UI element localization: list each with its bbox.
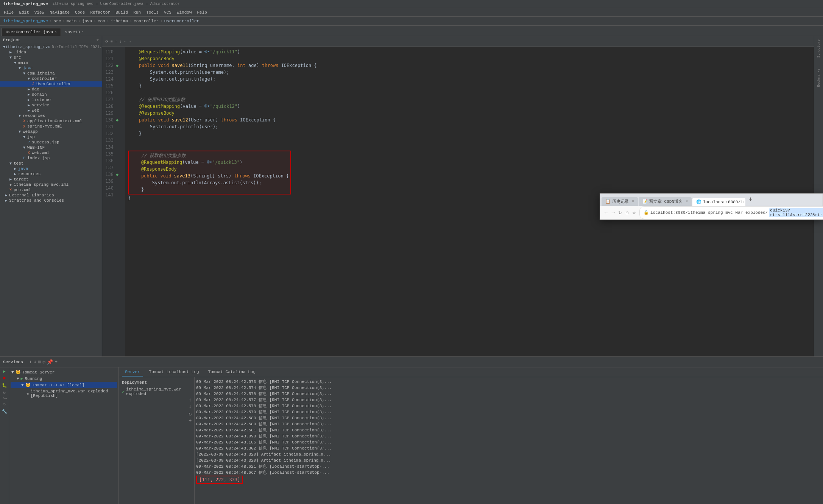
tree-item-idea[interactable]: ▶ .idea (0, 50, 102, 55)
code-line-125: } (128, 82, 811, 89)
tab-tomcat-catalina-log[interactable]: Tomcat Catalina Log (205, 368, 259, 376)
tree-item-external-libs[interactable]: ▶ External Libraries (0, 193, 102, 198)
tree-item-webapp[interactable]: ▼ webapp (0, 129, 102, 134)
title-bar: itheima_spring_mvc itheima_spring_mvc – … (0, 0, 823, 8)
folder-open-icon: ▼ (8, 56, 14, 60)
tree-tomcat-server[interactable]: ▼ 🐱 Tomcat Server (102, 369, 117, 375)
browser-tab-csdn[interactable]: 📝 写文章-CSDN博客 × (639, 197, 692, 206)
deploy-add-icon[interactable]: + (189, 418, 192, 424)
tree-item-service[interactable]: ▶ service (0, 103, 102, 108)
tree-item-web[interactable]: ▶ web (0, 108, 102, 113)
close-icon[interactable]: × (686, 199, 688, 204)
tree-label: .idea (14, 50, 26, 54)
tree-item-resources[interactable]: ▼ resources (0, 113, 102, 118)
services-main: Server Tomcat Localhost Log Tomcat Catal… (119, 367, 814, 504)
code-line-139: System.out.println(Arrays.asList(strs)); (130, 179, 289, 186)
tree-artifact[interactable]: ◈ itheima_spring_mvc.war exploded [Repub… (102, 388, 117, 399)
menu-vcs[interactable]: VCS (162, 9, 174, 16)
tree-item-scratches[interactable]: ▶ Scratches and Consoles (0, 198, 102, 203)
address-input[interactable]: 🔒 localhost:8080/itheima_spring_mvc_war_… (639, 206, 814, 219)
tab-save13[interactable]: save13 × (61, 28, 88, 36)
breadcrumb-part[interactable]: main (67, 19, 76, 23)
tree-item-dao[interactable]: ▶ dao (0, 87, 102, 92)
menu-help[interactable]: Help (195, 9, 209, 16)
close-icon[interactable]: × (632, 199, 634, 204)
tree-item-appctx[interactable]: X applicationContext.xml (0, 118, 102, 124)
bookmark-button[interactable]: ☆ (631, 208, 637, 216)
tree-item-usercontroller[interactable]: J UserController (0, 81, 102, 87)
breadcrumb-part[interactable]: com (98, 19, 105, 23)
tree-item-test-resources[interactable]: ▶ resources (0, 171, 102, 177)
menu-window[interactable]: Window (175, 9, 194, 16)
output-line: 09-Mar-2022 08:24:43.098 信息 [RMI TCP Con… (196, 433, 814, 439)
breadcrumb-part[interactable]: java (82, 19, 92, 23)
tree-item-indexjsp[interactable]: P index.jsp (0, 156, 102, 161)
code-line-134 (128, 144, 811, 151)
menu-tools[interactable]: Tools (144, 9, 161, 16)
tree-item-target[interactable]: ▶ target (0, 177, 102, 182)
new-tab-button[interactable]: + (746, 196, 755, 204)
tab-label: save13 (65, 30, 80, 34)
tree-item-src[interactable]: ▼ src (0, 55, 102, 60)
app-name: itheima_spring_mvc (3, 2, 48, 6)
tab-tomcat-localhost-log[interactable]: Tomcat Localhost Log (146, 368, 202, 376)
breadcrumb-part[interactable]: src (53, 19, 61, 23)
output-line: 09-Mar-2022 08:24:42.580 信息 [RMI TCP Con… (196, 421, 814, 427)
tree-label: spring-mvc.xml (27, 124, 62, 129)
tree-item-test-java[interactable]: ▶ java (0, 166, 102, 171)
breadcrumb-part[interactable]: itheima_spring_mvc (3, 19, 48, 23)
tree-item-domain[interactable]: ▶ domain (0, 92, 102, 97)
menu-build[interactable]: Build (113, 9, 130, 16)
tree-running[interactable]: ▼ ▶ Running (102, 375, 117, 382)
home-button[interactable]: ⌂ (624, 209, 630, 216)
tree-item-listener[interactable]: ▶ listener (0, 97, 102, 103)
code-line-131: System.out.println(user); (128, 123, 811, 130)
deployment-item-label: itheima_spring_mvc.war exploded (126, 387, 191, 396)
folder-closed-icon: ▶ (3, 198, 9, 203)
forward-button[interactable]: → (610, 209, 616, 216)
reload-button[interactable]: ↻ (617, 208, 623, 216)
menu-run[interactable]: Run (131, 9, 143, 16)
folder-closed-icon: ▶ (26, 87, 32, 92)
menu-file[interactable]: File (2, 9, 16, 16)
java-file-icon: J (30, 82, 36, 86)
breadcrumb-part[interactable]: controller (134, 19, 159, 23)
tree-item-comitheima[interactable]: ▼ com.itheima (0, 71, 102, 76)
tree-item-java[interactable]: ▼ java (0, 65, 102, 71)
tree-item-jsp[interactable]: ▼ jsp (0, 134, 102, 140)
deploy-reload-icon[interactable]: ↻ (189, 411, 192, 417)
tab-usercontroller[interactable]: UserController.java × (2, 28, 61, 36)
deploy-down-icon[interactable]: ↓ (189, 404, 192, 410)
sidebar-header: Project ▼ (0, 36, 102, 44)
tree-item-iml[interactable]: ◆ itheima_spring_mvc.iml (0, 182, 102, 187)
browser-tab-localhost[interactable]: 🌐 localhost:8080/itheima_sprin... × (692, 198, 745, 206)
tree-item-controller[interactable]: ▼ controller (0, 76, 102, 81)
folder-closed-icon: ▶ (8, 50, 14, 54)
tree-item-main[interactable]: ▼ main (0, 60, 102, 65)
menu-code[interactable]: Code (73, 9, 87, 16)
tree-item-pom[interactable]: X pom.xml (0, 187, 102, 193)
deploy-up-icon[interactable]: ↑ (189, 397, 192, 403)
breadcrumb-part[interactable]: itheima (111, 19, 128, 23)
address-base: localhost:8080/itheima_spring_mvc_war_ex… (650, 210, 768, 215)
tree-item-webxml[interactable]: X web.xml (0, 150, 102, 156)
breadcrumb-part[interactable]: UserController (164, 19, 199, 23)
close-icon[interactable]: × (55, 30, 56, 34)
tab-server[interactable]: Server (122, 368, 143, 376)
folder-open-icon: ▼ (21, 135, 27, 139)
tree-item-webinf[interactable]: ▼ WEB-INF (0, 145, 102, 150)
back-button[interactable]: ← (603, 209, 609, 216)
menu-view[interactable]: View (32, 9, 47, 16)
tree-item-root[interactable]: ▼ itheima_spring_mvc D:\IntelliJ IDEA 20… (0, 44, 102, 50)
menu-navigate[interactable]: Navigate (47, 9, 72, 16)
code-line-123: System.out.println(username); (128, 69, 811, 76)
menu-refactor[interactable]: Refactor (88, 9, 112, 16)
tree-item-test[interactable]: ▼ test (0, 161, 102, 166)
tree-label: resources (23, 114, 45, 118)
close-icon[interactable]: × (81, 30, 83, 34)
tree-item-springmvc[interactable]: X spring-mvc.xml (0, 124, 102, 129)
browser-tab-history[interactable]: 📋 历史记录 × (602, 197, 638, 206)
menu-edit[interactable]: Edit (17, 9, 31, 16)
tree-tomcat-local[interactable]: ▼ 🐱 Tomcat 8.0.47 [local] (102, 382, 117, 388)
tree-item-successjsp[interactable]: P success.jsp (0, 140, 102, 145)
